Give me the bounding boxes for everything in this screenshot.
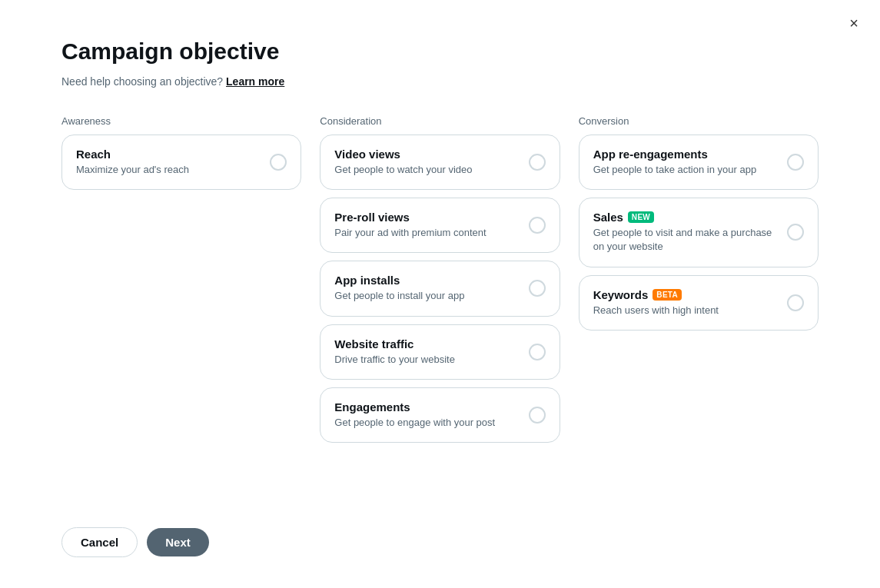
option-keywords-title: Keywords BETA bbox=[593, 288, 778, 301]
option-keywords-desc: Reach users with high intent bbox=[593, 304, 778, 317]
consideration-label: Consideration bbox=[320, 115, 560, 127]
radio-keywords[interactable] bbox=[787, 294, 804, 311]
option-keywords[interactable]: Keywords BETA Reach users with high inte… bbox=[579, 275, 819, 331]
option-video-views-desc: Get people to watch your video bbox=[334, 163, 519, 177]
option-app-reengagements-title: App re-engagements bbox=[593, 148, 778, 161]
keywords-beta-badge: BETA bbox=[653, 289, 682, 301]
page-title: Campaign objective bbox=[61, 38, 819, 65]
conversion-label: Conversion bbox=[579, 115, 819, 127]
option-website-traffic-title: Website traffic bbox=[334, 337, 519, 350]
option-sales-desc: Get people to visit and make a purchase … bbox=[593, 226, 778, 254]
awareness-label: Awareness bbox=[61, 115, 301, 127]
option-website-traffic[interactable]: Website traffic Drive traffic to your we… bbox=[320, 324, 560, 380]
option-engagements[interactable]: Engagements Get people to engage with yo… bbox=[320, 387, 560, 443]
conversion-column: Conversion App re-engagements Get people… bbox=[579, 115, 819, 331]
learn-more-link[interactable]: Learn more bbox=[226, 75, 284, 88]
option-app-installs-desc: Get people to install your app bbox=[334, 289, 519, 303]
option-reach-desc: Maximize your ad's reach bbox=[76, 163, 261, 177]
radio-reach[interactable] bbox=[270, 154, 287, 171]
option-sales[interactable]: Sales NEW Get people to visit and make a… bbox=[579, 198, 819, 267]
option-app-reengagements[interactable]: App re-engagements Get people to take ac… bbox=[579, 135, 819, 190]
option-preroll-views-desc: Pair your ad with premium content bbox=[334, 226, 519, 240]
radio-app-installs[interactable] bbox=[529, 280, 546, 297]
radio-engagements[interactable] bbox=[529, 407, 546, 424]
option-website-traffic-desc: Drive traffic to your website bbox=[334, 353, 519, 367]
option-preroll-views-title: Pre-roll views bbox=[334, 211, 519, 224]
campaign-objective-modal: × Campaign objective Need help choosing … bbox=[0, 0, 880, 588]
footer: Cancel Next bbox=[61, 527, 209, 557]
radio-video-views[interactable] bbox=[529, 154, 546, 171]
radio-sales[interactable] bbox=[787, 224, 804, 241]
sales-new-badge: NEW bbox=[628, 211, 654, 223]
next-button[interactable]: Next bbox=[147, 528, 209, 556]
radio-website-traffic[interactable] bbox=[529, 344, 546, 360]
option-sales-title: Sales NEW bbox=[593, 211, 778, 224]
option-app-reengagements-desc: Get people to take action in your app bbox=[593, 163, 778, 177]
close-button[interactable]: × bbox=[849, 15, 858, 31]
option-reach-title: Reach bbox=[76, 148, 261, 161]
columns-container: Awareness Reach Maximize your ad's reach… bbox=[61, 115, 819, 443]
option-app-installs-title: App installs bbox=[334, 274, 519, 287]
option-video-views[interactable]: Video views Get people to watch your vid… bbox=[320, 135, 560, 190]
option-video-views-title: Video views bbox=[334, 148, 519, 161]
option-engagements-desc: Get people to engage with your post bbox=[334, 416, 519, 430]
subtitle: Need help choosing an objective? Learn m… bbox=[61, 75, 819, 88]
option-engagements-title: Engagements bbox=[334, 400, 519, 414]
radio-preroll-views[interactable] bbox=[529, 217, 546, 234]
option-preroll-views[interactable]: Pre-roll views Pair your ad with premium… bbox=[320, 198, 560, 253]
option-reach[interactable]: Reach Maximize your ad's reach bbox=[61, 135, 301, 190]
radio-app-reengagements[interactable] bbox=[787, 154, 804, 171]
consideration-column: Consideration Video views Get people to … bbox=[320, 115, 560, 443]
option-app-installs[interactable]: App installs Get people to install your … bbox=[320, 261, 560, 316]
awareness-column: Awareness Reach Maximize your ad's reach bbox=[61, 115, 301, 190]
cancel-button[interactable]: Cancel bbox=[61, 527, 138, 557]
